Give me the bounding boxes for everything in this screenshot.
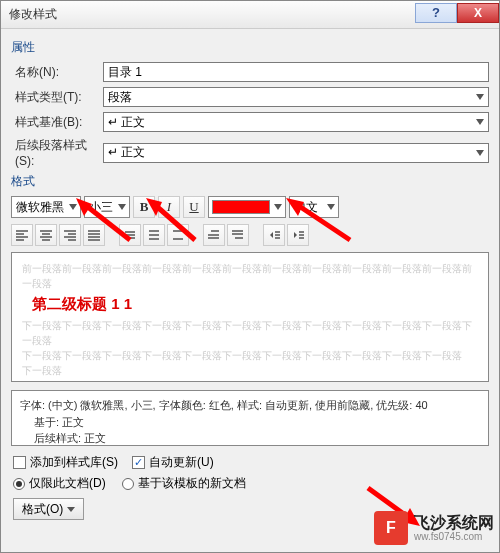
spacing-2-button[interactable] — [167, 224, 189, 246]
font-family-select[interactable]: 微软雅黑 — [11, 196, 81, 218]
watermark-text-2: ww.fs0745.com — [414, 531, 494, 542]
format-section-label: 格式 — [11, 173, 489, 190]
align-center-button[interactable] — [35, 224, 57, 246]
indent-decrease-button[interactable] — [263, 224, 285, 246]
titlebar[interactable]: 修改样式 ? X — [1, 1, 499, 29]
desc-line-1: 字体: (中文) 微软雅黑, 小三, 字体颜色: 红色, 样式: 自动更新, 使… — [20, 397, 480, 414]
underline-button[interactable]: U — [183, 196, 205, 218]
template-docs-radio[interactable]: 基于该模板的新文档 — [122, 475, 246, 492]
checkbox-icon — [132, 456, 145, 469]
format-toolbar-1: 微软雅黑 小三 B I U 中文 — [11, 196, 489, 218]
preview-heading: 第二级标题 1 1 — [32, 295, 478, 314]
window-title: 修改样式 — [9, 6, 415, 23]
preview-after-text-3: 下一段落 — [22, 363, 478, 378]
desc-line-2: 基于: 正文 — [20, 414, 480, 431]
type-label: 样式类型(T): — [11, 89, 103, 106]
space-before-inc-button[interactable] — [203, 224, 225, 246]
radio-icon — [122, 478, 134, 490]
bold-button[interactable]: B — [133, 196, 155, 218]
font-color-select[interactable] — [208, 196, 286, 218]
auto-update-checkbox[interactable]: 自动更新(U) — [132, 454, 214, 471]
style-base-select[interactable]: ↵ 正文 — [103, 112, 489, 132]
watermark-text-1: 飞沙系统网 — [414, 514, 494, 532]
spacing-15-button[interactable] — [143, 224, 165, 246]
svg-marker-30 — [270, 232, 273, 238]
preview-after-text-1: 下一段落下一段落下一段落下一段落下一段落下一段落下一段落下一段落下一段落下一段落… — [22, 318, 478, 348]
properties-section-label: 属性 — [11, 39, 489, 56]
desc-line-3: 后续样式: 正文 — [20, 430, 480, 447]
modify-style-dialog: 修改样式 ? X 属性 名称(N): 目录 1 样式类型(T): 段落 样式基准… — [0, 0, 500, 553]
name-label: 名称(N): — [11, 64, 103, 81]
caret-down-icon — [67, 507, 75, 512]
color-swatch — [212, 200, 270, 214]
radio-icon — [13, 478, 25, 490]
style-name-input[interactable]: 目录 1 — [103, 62, 489, 82]
next-label: 后续段落样式(S): — [11, 137, 103, 168]
base-label: 样式基准(B): — [11, 114, 103, 131]
dialog-content: 属性 名称(N): 目录 1 样式类型(T): 段落 样式基准(B): ↵ 正文… — [1, 29, 499, 524]
close-button[interactable]: X — [457, 3, 499, 23]
next-style-select[interactable]: ↵ 正文 — [103, 143, 489, 163]
help-button[interactable]: ? — [415, 3, 457, 23]
format-toolbar-2 — [11, 224, 489, 246]
add-to-library-checkbox[interactable]: 添加到样式库(S) — [13, 454, 118, 471]
this-doc-only-radio[interactable]: 仅限此文档(D) — [13, 475, 106, 492]
indent-increase-button[interactable] — [287, 224, 309, 246]
watermark: F 飞沙系统网 ww.fs0745.com — [374, 511, 494, 545]
preview-after-text-2: 下一段落下一段落下一段落下一段落下一段落下一段落下一段落下一段落下一段落下一段落… — [22, 348, 478, 363]
align-right-button[interactable] — [59, 224, 81, 246]
font-size-select[interactable]: 小三 — [84, 196, 130, 218]
align-left-button[interactable] — [11, 224, 33, 246]
format-menu-button[interactable]: 格式(O) — [13, 498, 84, 520]
align-justify-button[interactable] — [83, 224, 105, 246]
description-box: 字体: (中文) 微软雅黑, 小三, 字体颜色: 红色, 样式: 自动更新, 使… — [11, 390, 489, 446]
preview-box: 前一段落前一段落前一段落前一段落前一段落前一段落前一段落前一段落前一段落前一段落… — [11, 252, 489, 382]
space-before-dec-button[interactable] — [227, 224, 249, 246]
svg-marker-34 — [294, 232, 297, 238]
language-select[interactable]: 中文 — [289, 196, 339, 218]
spacing-1-button[interactable] — [119, 224, 141, 246]
italic-button[interactable]: I — [158, 196, 180, 218]
preview-before-text: 前一段落前一段落前一段落前一段落前一段落前一段落前一段落前一段落前一段落前一段落… — [22, 261, 478, 291]
watermark-badge: F — [374, 511, 408, 545]
checkbox-icon — [13, 456, 26, 469]
style-type-select[interactable]: 段落 — [103, 87, 489, 107]
